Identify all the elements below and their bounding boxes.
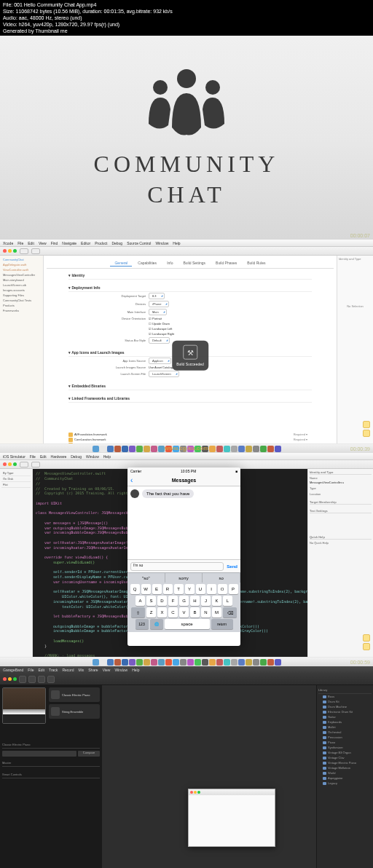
menu-item[interactable]: Product — [95, 241, 107, 245]
nav-item[interactable]: ViewController.swift — [1, 267, 42, 272]
dock-app-icon[interactable] — [158, 659, 165, 666]
library-item[interactable]: Legacy — [318, 781, 372, 786]
dock-app-icon[interactable] — [151, 659, 157, 666]
keyboard-key[interactable]: X — [157, 607, 167, 618]
keyboard-key[interactable]: D — [157, 596, 167, 606]
dock-app-icon[interactable] — [267, 446, 274, 452]
dock-app-icon[interactable] — [180, 659, 186, 666]
dock-app-icon[interactable] — [122, 446, 128, 452]
dock-app-icon[interactable] — [165, 446, 172, 452]
floating-window[interactable] — [188, 789, 275, 847]
menu-item[interactable]: Debug — [71, 454, 82, 459]
key-space[interactable]: space — [165, 619, 210, 629]
library-item[interactable]: World — [318, 770, 372, 776]
dock-app-icon[interactable] — [202, 659, 208, 666]
launch-file-dropdown[interactable]: LaunchScreen — [149, 371, 179, 377]
mac-menubar[interactable]: iOS SimulatorFileEditHardwareDebugWindow… — [0, 453, 373, 460]
library-item[interactable]: Vintage Electric Piano — [318, 760, 372, 765]
daw-button[interactable] — [47, 676, 55, 683]
orient-upside[interactable]: ☐ Upside Down — [149, 322, 170, 326]
settings-tab[interactable]: Info — [162, 260, 177, 267]
menu-item[interactable]: iOS Simulator — [3, 454, 25, 459]
warning-badge[interactable] — [363, 421, 370, 428]
nav-item[interactable]: Images.xcassets — [1, 288, 42, 293]
tab-by-type[interactable]: By Type — [1, 470, 31, 476]
library-item[interactable]: Vintage Clav — [318, 755, 372, 760]
dock-app-icon[interactable] — [165, 659, 172, 666]
keyboard-key[interactable]: W — [141, 584, 151, 594]
dock-app-icon[interactable] — [129, 659, 136, 666]
library-item[interactable]: Keyboards — [318, 719, 372, 725]
tab-flat[interactable]: Flat — [1, 482, 31, 488]
library-item[interactable]: Arpeggiator — [318, 776, 372, 781]
dock-app-icon[interactable] — [144, 659, 150, 666]
dock-app-icon[interactable] — [180, 446, 186, 452]
dock-app-icon[interactable] — [231, 446, 237, 452]
orient-portrait[interactable]: ☑ Portrait — [149, 317, 162, 320]
nav-item[interactable]: Supporting Files — [1, 293, 42, 298]
dock-app-icon[interactable] — [253, 659, 259, 666]
menu-item[interactable]: Hardware — [51, 454, 67, 459]
keyboard-key[interactable]: J — [201, 596, 211, 606]
back-button[interactable]: ‹ — [130, 476, 133, 484]
daw-button[interactable] — [19, 676, 26, 683]
library-item[interactable]: Mallet — [318, 725, 372, 730]
menu-item[interactable]: GarageBand — [3, 668, 23, 672]
dock-app-icon[interactable] — [151, 446, 157, 452]
menu-item[interactable]: File — [30, 454, 36, 459]
status-bar-dropdown[interactable]: Default — [149, 337, 170, 344]
key-numbers[interactable]: 123 — [136, 619, 149, 629]
dock-app-icon[interactable] — [129, 446, 136, 452]
menu-item[interactable]: Xcode — [3, 241, 13, 245]
framework-row[interactable]: CoreLocation.frameworkRequired ▾ — [68, 437, 312, 442]
send-button[interactable]: Send — [227, 564, 237, 569]
deployment-target-dropdown[interactable]: 8.3 — [149, 293, 165, 299]
menu-item[interactable]: Edit — [38, 668, 44, 672]
dock-app-icon[interactable] — [275, 446, 281, 452]
main-interface-dropdown[interactable]: Main — [149, 309, 167, 315]
orient-left[interactable]: ☑ Landscape Left — [149, 327, 172, 331]
dock-app-icon[interactable] — [238, 446, 245, 452]
dock-app-icon[interactable] — [224, 446, 230, 452]
menu-item[interactable]: File — [17, 241, 23, 245]
compare-button[interactable]: Compare — [78, 751, 100, 757]
dock-app-icon[interactable] — [260, 659, 267, 666]
dock-app-icon[interactable] — [216, 446, 223, 452]
left-tabs-panel[interactable]: By Type On Disk Flat — [0, 469, 33, 657]
nav-item[interactable]: AppDelegate.swift — [1, 262, 42, 267]
dock-app-icon[interactable] — [114, 446, 121, 452]
section-embedded[interactable]: ▾ Embedded Binaries — [68, 382, 312, 390]
nav-item[interactable]: LaunchScreen.xib — [1, 283, 42, 288]
daw-button[interactable] — [28, 676, 36, 683]
dock-app-icon[interactable] — [93, 446, 99, 452]
menu-item[interactable]: Editor — [81, 241, 90, 245]
dock-app-icon[interactable] — [195, 659, 201, 666]
keyboard-key[interactable]: Q — [130, 584, 140, 594]
menu-item[interactable]: Help — [103, 454, 111, 459]
track-header-button[interactable] — [2, 751, 76, 757]
dock-app-icon[interactable] — [187, 659, 194, 666]
keyboard-key[interactable]: I — [207, 584, 216, 594]
keyboard-key[interactable]: R — [163, 584, 173, 594]
devices-dropdown[interactable]: iPhone — [149, 301, 169, 307]
keyboard-key[interactable]: K — [212, 596, 221, 606]
stop-button[interactable] — [31, 462, 40, 467]
icon-source-dropdown[interactable]: AppIcon — [149, 358, 171, 364]
dock-app-icon[interactable] — [107, 446, 114, 452]
tab-on-disk[interactable]: On Disk — [1, 476, 31, 482]
suggestion[interactable]: so — [203, 573, 240, 583]
suggestion[interactable]: "so" — [127, 573, 165, 583]
keyboard-key[interactable]: ⌫ — [223, 607, 237, 618]
orient-right[interactable]: ☑ Landscape Right — [149, 332, 174, 336]
run-button[interactable] — [20, 462, 28, 467]
keyboard-key[interactable]: G — [179, 596, 189, 606]
macos-dock[interactable] — [0, 443, 373, 453]
library-item[interactable]: Drum Machine — [318, 704, 372, 709]
project-navigator[interactable]: CommunityChat AppDelegate.swift ViewCont… — [0, 256, 44, 443]
menu-item[interactable]: Help — [173, 241, 180, 245]
keyboard-key[interactable]: L — [223, 596, 232, 606]
menu-item[interactable]: File — [28, 668, 34, 672]
settings-tabs[interactable]: GeneralCapabilitiesInfoBuild SettingsBui… — [47, 259, 334, 269]
dock-app-icon[interactable] — [136, 659, 143, 666]
suggestion[interactable]: sorry — [165, 573, 203, 583]
